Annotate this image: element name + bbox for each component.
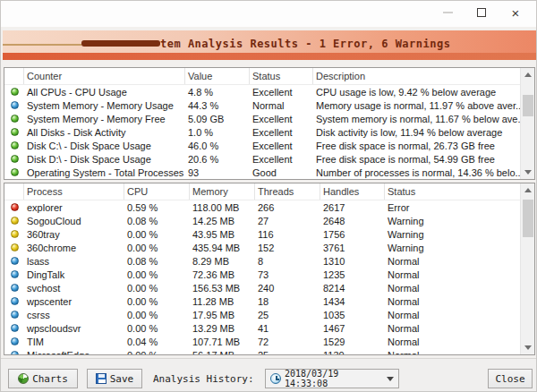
minimize-icon — [443, 12, 453, 13]
process-cpu: 0.00 % — [124, 283, 190, 294]
process-header-cpu[interactable]: CPU — [124, 183, 190, 200]
counters-table-body: All CPUs - CPU Usage 4.8 % Excellent CPU… — [4, 85, 520, 179]
counter-status-cell — [4, 168, 24, 176]
counter-row[interactable]: System Memory - Memory Free 5.09 GB Exce… — [4, 112, 520, 125]
process-name: 360chrome — [24, 243, 124, 253]
process-name: lsass — [24, 256, 124, 267]
process-status: Normal — [385, 283, 520, 294]
scroll-up-icon[interactable] — [521, 68, 535, 81]
process-threads: 266 — [255, 202, 320, 213]
counter-row[interactable]: All CPUs - CPU Usage 4.8 % Excellent CPU… — [4, 85, 520, 98]
process-cpu: 0.00 % — [124, 243, 190, 253]
process-header-threads[interactable]: Threads — [255, 183, 320, 200]
banner-title: tem Analysis Results - 1 Error, 6 Warnin… — [160, 38, 450, 50]
counters-header-counter[interactable]: Counter — [24, 68, 185, 84]
maximize-icon — [477, 8, 486, 17]
counters-header-value[interactable]: Value — [185, 68, 250, 84]
process-memory: 118.00 MB — [190, 202, 255, 213]
minimize-button[interactable] — [432, 1, 463, 24]
process-threads: 25 — [255, 310, 320, 320]
save-button[interactable]: Save — [87, 369, 142, 388]
counter-row[interactable]: All Disks - Disk Activity 1.0 % Excellen… — [4, 125, 520, 139]
progress-track — [3, 44, 81, 46]
process-scrollbar[interactable] — [520, 183, 534, 354]
process-status: Normal — [385, 350, 520, 355]
close-button[interactable]: Close — [488, 369, 533, 388]
counter-status-cell — [4, 141, 24, 149]
process-header-memory[interactable]: Memory — [190, 183, 255, 200]
process-row[interactable]: csrss 0.00 % 17.95 MB 25 1035 Normal — [4, 308, 520, 321]
counter-description: System memory is normal, 11.67 % below a… — [313, 114, 520, 124]
counter-name: System Memory - Memory Free — [24, 114, 185, 124]
process-row[interactable]: wpscenter 0.00 % 11.28 MB 18 1434 Normal — [4, 294, 520, 308]
scroll-up-icon[interactable] — [521, 183, 535, 197]
process-handles: 1035 — [320, 310, 385, 320]
counters-table: Counter Value Status Description All CPU… — [4, 67, 535, 180]
process-status-cell — [4, 243, 24, 251]
process-handles: 2648 — [320, 216, 385, 226]
counter-row[interactable]: Disk C:\ - Disk Space Usage 46.0 % Excel… — [4, 139, 520, 152]
process-status-icon — [11, 257, 19, 265]
process-row[interactable]: DingTalk 0.00 % 72.36 MB 73 1235 Normal — [4, 268, 520, 281]
results-banner: tem Analysis Results - 1 Error, 6 Warnin… — [3, 30, 536, 60]
process-name: svchost — [24, 283, 124, 294]
counters-header-description[interactable]: Description — [313, 68, 534, 84]
process-cpu: 0.00 % — [124, 350, 190, 355]
process-status-icon — [11, 203, 19, 211]
counters-scrollbar[interactable] — [520, 68, 534, 179]
process-status: Warning — [385, 229, 520, 240]
counter-row[interactable]: System Memory - Memory Usage 44.3 % Norm… — [4, 98, 520, 112]
chevron-down-icon — [387, 377, 394, 381]
counter-status-cell — [4, 128, 24, 136]
process-memory: 14.25 MB — [190, 216, 255, 226]
charts-button-label: Charts — [32, 373, 68, 385]
scroll-down-icon[interactable] — [521, 166, 535, 179]
process-cpu: 0.00 % — [124, 229, 190, 240]
counter-row[interactable]: Operating System - Total Processes 93 Go… — [4, 166, 520, 179]
process-status-icon — [11, 324, 19, 332]
process-row[interactable]: TIM 0.04 % 107.71 MB 72 1529 Normal — [4, 335, 520, 348]
process-threads: 116 — [255, 229, 320, 240]
analysis-history-dropdown[interactable]: 2018/03/19 14:33:08 — [265, 369, 399, 388]
counters-scroll-thumb[interactable] — [523, 95, 533, 116]
process-cpu: 0.00 % — [124, 323, 190, 334]
scroll-down-icon[interactable] — [521, 341, 535, 354]
counter-value: 5.09 GB — [185, 114, 250, 124]
process-scroll-thumb[interactable] — [523, 200, 533, 237]
process-header-handles[interactable]: Handles — [320, 183, 385, 200]
title-bar: × — [1, 1, 536, 27]
process-handles: 1756 — [320, 229, 385, 240]
process-row[interactable]: SogouCloud 0.08 % 14.25 MB 27 2648 Warni… — [4, 214, 520, 227]
process-row[interactable]: svchost 0.00 % 156.53 MB 240 8214 Normal — [4, 281, 520, 294]
close-window-button[interactable]: × — [500, 1, 531, 24]
counters-header-icon-col — [4, 68, 24, 84]
process-header-process[interactable]: Process — [24, 183, 124, 200]
counter-status-icon — [11, 88, 19, 96]
process-row[interactable]: 360chrome 0.00 % 435.94 MB 152 3761 Warn… — [4, 241, 520, 254]
footer-bar: Charts Save Analysis History: 2018/03/19… — [1, 358, 536, 392]
process-status-icon — [11, 297, 19, 305]
process-status-cell — [4, 311, 24, 319]
process-status-cell — [4, 324, 24, 332]
process-status-cell — [4, 257, 24, 265]
counters-header-status[interactable]: Status — [250, 68, 313, 84]
process-row[interactable]: 360tray 0.00 % 43.95 MB 116 1756 Warning — [4, 227, 520, 241]
maximize-button[interactable] — [466, 1, 497, 24]
process-row[interactable]: lsass 0.08 % 8.29 MB 8 1310 Normal — [4, 254, 520, 268]
counter-value: 46.0 % — [185, 141, 250, 151]
process-header-status[interactable]: Status — [385, 183, 534, 200]
counter-row[interactable]: Disk D:\ - Disk Space Usage 20.6 % Excel… — [4, 152, 520, 166]
process-name: DingTalk — [24, 269, 124, 280]
counter-value: 20.6 % — [185, 154, 250, 165]
charts-button[interactable]: Charts — [8, 369, 78, 388]
process-cpu: 0.00 % — [124, 269, 190, 280]
process-row[interactable]: MicrosoftEdge 0.00 % 56.17 MB 25 1130 No… — [4, 348, 520, 354]
process-table-header: Process CPU Memory Threads Handles Statu… — [4, 183, 534, 200]
process-status: Warning — [385, 216, 520, 226]
process-name: MicrosoftEdge — [24, 350, 124, 355]
counter-name: Disk C:\ - Disk Space Usage — [24, 141, 185, 151]
process-row[interactable]: wpscloudsvr 0.00 % 13.29 MB 41 1467 Norm… — [4, 321, 520, 335]
process-row[interactable]: explorer 0.59 % 118.00 MB 266 2617 Error — [4, 200, 520, 214]
counter-status: Excellent — [250, 154, 313, 165]
process-cpu: 0.00 % — [124, 310, 190, 320]
